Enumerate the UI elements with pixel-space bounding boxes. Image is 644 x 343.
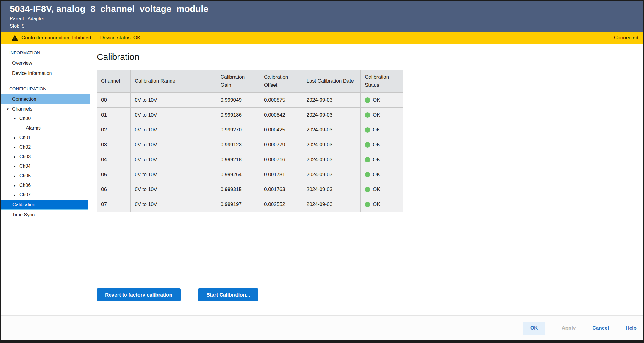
- cell-range: 0V to 10V: [131, 152, 216, 167]
- cell-offset: 0.000716: [260, 152, 302, 167]
- cell-status: OK: [361, 152, 403, 167]
- sidebar-item-connection[interactable]: Connection: [1, 94, 90, 104]
- table-header-row: Channel Calibration Range Calibration Ga…: [97, 70, 403, 93]
- status-ok-icon: [365, 127, 370, 133]
- chevron-right-icon[interactable]: ▸: [12, 174, 17, 178]
- cell-date: 2024-09-03: [302, 197, 361, 212]
- cell-range: 0V to 10V: [131, 137, 216, 152]
- cell-channel: 05: [97, 167, 131, 182]
- slot-label: Slot:: [10, 24, 19, 29]
- status-text: OK: [373, 142, 380, 148]
- start-calibration-button[interactable]: Start Calibration...: [198, 288, 258, 301]
- sidebar-item-alarms[interactable]: Alarms: [1, 123, 90, 133]
- parent-value: Adapter: [28, 16, 44, 21]
- chevron-down-icon[interactable]: ▾: [12, 117, 17, 121]
- status-text: OK: [373, 201, 380, 207]
- cell-gain: 0.999270: [216, 122, 260, 137]
- cell-offset: 0.000842: [260, 108, 302, 122]
- table-row: 04 0V to 10V 0.999218 0.000716 2024-09-0…: [97, 152, 403, 167]
- sidebar-item-channels[interactable]: ▾ Channels: [1, 104, 90, 114]
- cell-gain: 0.999123: [216, 137, 260, 152]
- ch00-label: Ch00: [19, 116, 31, 121]
- calibration-heading: Calibration: [97, 52, 643, 62]
- cell-date: 2024-09-03: [302, 167, 361, 182]
- chevron-right-icon[interactable]: ▸: [12, 193, 17, 197]
- cell-gain: 0.999197: [216, 197, 260, 212]
- table-row: 05 0V to 10V 0.999264 0.001781 2024-09-0…: [97, 167, 403, 182]
- cell-range: 0V to 10V: [131, 122, 216, 137]
- cell-date: 2024-09-03: [302, 93, 361, 108]
- sidebar-item-ch05[interactable]: ▸ Ch05: [1, 171, 90, 181]
- status-text: OK: [373, 112, 380, 118]
- column-header-status: Calibration Status: [361, 70, 403, 93]
- cell-range: 0V to 10V: [131, 93, 216, 108]
- page-title: 5034-IF8V, analog_8_channel_voltage_modu…: [10, 4, 643, 14]
- chevron-right-icon[interactable]: ▸: [12, 184, 17, 187]
- revert-to-factory-calibration-button[interactable]: Revert to factory calibration: [97, 288, 181, 301]
- sidebar-item-time-sync[interactable]: Time Sync: [1, 210, 90, 220]
- sidebar-item-ch02[interactable]: ▸ Ch02: [1, 142, 90, 152]
- cell-status: OK: [361, 137, 403, 152]
- sidebar-item-ch01[interactable]: ▸ Ch01: [1, 133, 90, 142]
- cell-date: 2024-09-03: [302, 108, 361, 122]
- cell-gain: 0.999049: [216, 93, 260, 108]
- chevron-down-icon[interactable]: ▾: [5, 107, 10, 111]
- column-header-range: Calibration Range: [131, 70, 216, 93]
- slot-line: Slot:5: [10, 24, 643, 29]
- chevron-right-icon[interactable]: ▸: [12, 136, 17, 140]
- sidebar-item-overview[interactable]: Overview: [1, 58, 90, 68]
- status-text: OK: [373, 127, 380, 133]
- table-row: 06 0V to 10V 0.999315 0.001763 2024-09-0…: [97, 182, 403, 197]
- chevron-right-icon[interactable]: ▸: [12, 164, 17, 168]
- cell-offset: 0.002552: [260, 197, 302, 212]
- sidebar-item-ch03[interactable]: ▸ Ch03: [1, 152, 90, 162]
- cell-status: OK: [361, 182, 403, 197]
- cell-channel: 00: [97, 93, 131, 108]
- status-text: OK: [373, 97, 380, 103]
- status-text: OK: [373, 157, 380, 163]
- sidebar-item-ch04[interactable]: ▸ Ch04: [1, 162, 90, 171]
- chevron-right-icon[interactable]: ▸: [12, 155, 17, 159]
- table-row: 03 0V to 10V 0.999123 0.000779 2024-09-0…: [97, 137, 403, 152]
- cell-date: 2024-09-03: [302, 152, 361, 167]
- cell-date: 2024-09-03: [302, 122, 361, 137]
- status-ok-icon: [365, 187, 370, 192]
- cell-range: 0V to 10V: [131, 108, 216, 122]
- alert-bar: Controller connection: Inhibited Device …: [1, 32, 643, 44]
- sidebar-item-ch00[interactable]: ▾ Ch00: [1, 114, 90, 123]
- ch02-label: Ch02: [19, 145, 31, 150]
- channels-label: Channels: [12, 106, 32, 112]
- controller-connection-status: Controller connection: Inhibited: [21, 35, 91, 41]
- column-header-channel: Channel: [97, 70, 131, 93]
- sidebar-item-ch06[interactable]: ▸ Ch06: [1, 181, 90, 190]
- cancel-button[interactable]: Cancel: [592, 325, 609, 331]
- status-ok-icon: [365, 172, 370, 177]
- parent-label: Parent:: [10, 16, 25, 21]
- ch03-label: Ch03: [19, 154, 31, 159]
- cell-channel: 06: [97, 182, 131, 197]
- cell-gain: 0.999186: [216, 108, 260, 122]
- status-text: OK: [373, 187, 380, 193]
- action-buttons-row: Revert to factory calibration Start Cali…: [97, 288, 643, 301]
- ok-button[interactable]: OK: [523, 322, 545, 335]
- cell-channel: 02: [97, 122, 131, 137]
- sidebar-item-ch07[interactable]: ▸ Ch07: [1, 190, 90, 200]
- help-button[interactable]: Help: [626, 325, 637, 331]
- main-panel: Calibration Channel Calibration Range Ca…: [90, 44, 643, 315]
- ch07-label: Ch07: [19, 192, 31, 198]
- status-ok-icon: [365, 142, 370, 148]
- chevron-right-icon[interactable]: ▸: [12, 145, 17, 149]
- calibration-table: Channel Calibration Range Calibration Ga…: [97, 70, 403, 212]
- apply-button[interactable]: Apply: [562, 325, 576, 331]
- alarms-label: Alarms: [26, 125, 41, 131]
- cell-date: 2024-09-03: [302, 182, 361, 197]
- cell-status: OK: [361, 197, 403, 212]
- status-text: OK: [373, 172, 380, 178]
- sidebar-item-device-information[interactable]: Device Information: [1, 68, 90, 78]
- content-area: INFORMATION Overview Device Information …: [1, 44, 643, 315]
- device-status: Device status: OK: [100, 35, 140, 41]
- title-header: 5034-IF8V, analog_8_channel_voltage_modu…: [1, 1, 643, 32]
- status-ok-icon: [365, 202, 370, 207]
- sidebar-item-calibration[interactable]: Calibration: [1, 200, 88, 210]
- cell-offset: 0.000425: [260, 122, 302, 137]
